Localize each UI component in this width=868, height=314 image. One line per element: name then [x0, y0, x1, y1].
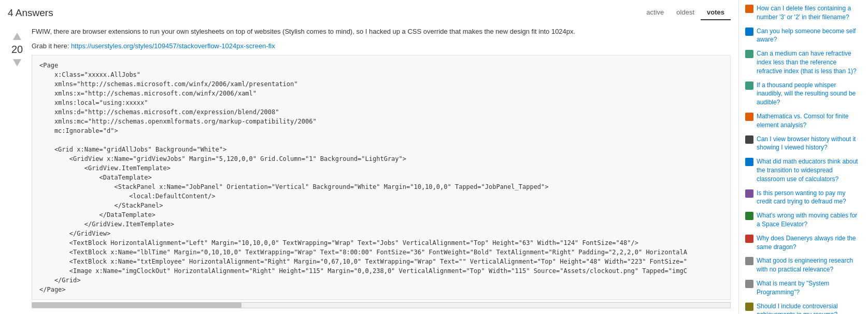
- sidebar-question-text-9[interactable]: Why does Daenerys always ride the same d…: [757, 234, 862, 252]
- sidebar-question-4: Mathematica vs. Comsol for finite elemen…: [745, 112, 862, 130]
- sidebar-question-5: Can I view browser history without it sh…: [745, 135, 862, 153]
- answer-block: 20 FWIW, there are browser extensions to…: [8, 26, 731, 308]
- vote-down-button[interactable]: [10, 56, 24, 70]
- sidebar-question-text-11[interactable]: What is meant by "System Programming"?: [757, 279, 862, 297]
- scrollbar[interactable]: [32, 302, 731, 308]
- sidebar-question-icon-2: [745, 50, 753, 58]
- sidebar-question-text-2[interactable]: Can a medium can have refractive index l…: [757, 49, 862, 75]
- sidebar-question-6: What did math educators think about the …: [745, 157, 862, 183]
- sidebar-question-icon-7: [745, 189, 753, 198]
- sidebar-question-text-3[interactable]: If a thousand people whisper inaudibly, …: [757, 81, 862, 107]
- sort-tab-votes[interactable]: votes: [701, 5, 731, 20]
- answer-text: FWIW, there are browser extensions to ru…: [32, 26, 731, 37]
- sidebar-question-text-8[interactable]: What's wrong with moving cables for a Sp…: [757, 211, 862, 229]
- answers-title: 4 Answers: [8, 7, 53, 19]
- sidebar-question-icon-5: [745, 135, 753, 144]
- sidebar-question-0: How can I delete files containing a numb…: [745, 4, 862, 22]
- sidebar-question-text-6[interactable]: What did math educators think about the …: [757, 157, 862, 183]
- sidebar-question-text-10[interactable]: What good is engineering research with n…: [757, 256, 862, 274]
- sidebar-question-icon-6: [745, 158, 753, 166]
- vote-up-button[interactable]: [10, 29, 24, 44]
- code-block: <Page x:Class="xxxxx.AllJobs" xmlns="htt…: [32, 55, 731, 300]
- sidebar-question-icon-12: [745, 303, 753, 311]
- sidebar-question-icon-8: [745, 212, 753, 220]
- vote-count: 20: [11, 44, 23, 56]
- sidebar: How can I delete files containing a numb…: [738, 0, 868, 314]
- answers-header: 4 Answers active oldest votes: [8, 5, 731, 20]
- sidebar-question-icon-3: [745, 81, 753, 90]
- sidebar-question-icon-10: [745, 257, 753, 265]
- sort-tabs: active oldest votes: [640, 5, 731, 20]
- answer-content: FWIW, there are browser extensions to ru…: [32, 26, 731, 308]
- sidebar-question-8: What's wrong with moving cables for a Sp…: [745, 211, 862, 229]
- sidebar-question-icon-4: [745, 113, 753, 121]
- sidebar-question-text-5[interactable]: Can I view browser history without it sh…: [757, 135, 862, 153]
- scrollbar-thumb[interactable]: [32, 303, 241, 308]
- sidebar-question-7: Is this person wanting to pay my credit …: [745, 189, 862, 207]
- sidebar-question-text-4[interactable]: Mathematica vs. Comsol for finite elemen…: [757, 112, 862, 130]
- sort-tab-active[interactable]: active: [640, 5, 670, 20]
- sidebar-question-2: Can a medium can have refractive index l…: [745, 49, 862, 75]
- sidebar-question-11: What is meant by "System Programming"?: [745, 279, 862, 297]
- sidebar-question-text-1[interactable]: Can you help someone become self aware?: [757, 27, 862, 45]
- sidebar-question-12: Should I include controversial achieveme…: [745, 302, 862, 314]
- sidebar-question-10: What good is engineering research with n…: [745, 256, 862, 274]
- sidebar-question-text-0[interactable]: How can I delete files containing a numb…: [757, 4, 862, 22]
- answer-link[interactable]: https://userstyles.org/styles/109457/sta…: [71, 42, 275, 50]
- sidebar-question-3: If a thousand people whisper inaudibly, …: [745, 81, 862, 107]
- vote-section: 20: [8, 26, 26, 308]
- sidebar-question-text-12[interactable]: Should I include controversial achieveme…: [757, 302, 862, 314]
- sidebar-question-icon-1: [745, 28, 753, 36]
- sidebar-question-icon-11: [745, 280, 753, 288]
- sidebar-question-icon-0: [745, 5, 753, 13]
- sort-tab-oldest[interactable]: oldest: [670, 5, 701, 20]
- sidebar-question-1: Can you help someone become self aware?: [745, 27, 862, 45]
- sidebar-question-icon-9: [745, 235, 753, 243]
- answer-grab-text: Grab it here: https://userstyles.org/sty…: [32, 41, 731, 51]
- sidebar-question-9: Why does Daenerys always ride the same d…: [745, 234, 862, 252]
- sidebar-question-text-7[interactable]: Is this person wanting to pay my credit …: [757, 189, 862, 207]
